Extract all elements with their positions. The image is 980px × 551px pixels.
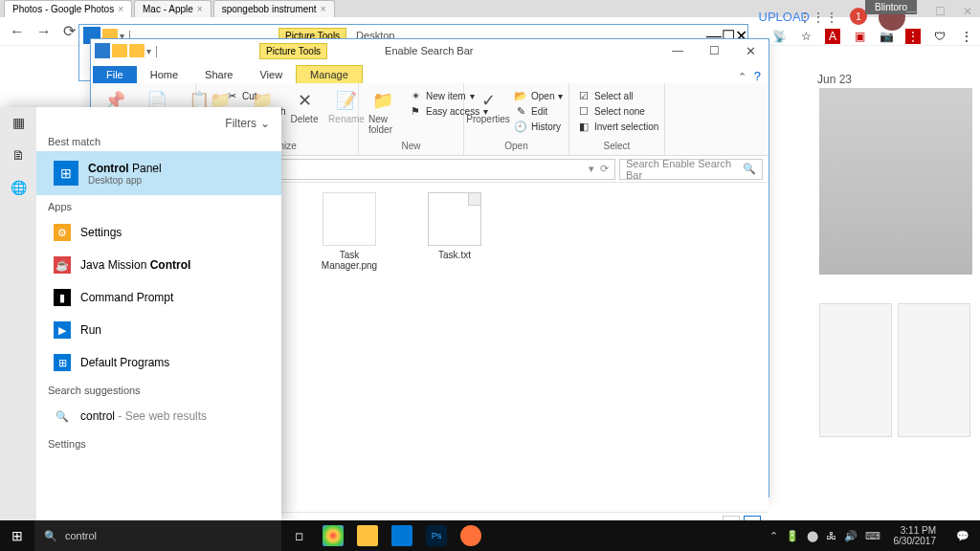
- folder-icon: [129, 44, 145, 57]
- rename-icon: 📝: [335, 89, 358, 112]
- tray-icon[interactable]: ⬤: [807, 530, 818, 542]
- system-tray: ⌃ 🔋 ⬤ 🖧 🔊 ⌨ 3:11 PM 6/30/2017 💬: [769, 520, 981, 551]
- rename-button[interactable]: 📝Rename: [328, 87, 365, 126]
- grid-icon[interactable]: ▦: [9, 113, 28, 132]
- new-folder-button[interactable]: 📁New folder: [365, 87, 401, 137]
- history-icon: 🕘: [514, 120, 527, 133]
- apps-icon[interactable]: ⋮⋮⋮: [798, 10, 838, 25]
- taskbar-app[interactable]: [385, 520, 419, 551]
- photo-thumbnail[interactable]: [819, 303, 892, 437]
- file-item[interactable]: Task Manager.png: [311, 192, 388, 271]
- taskbar-app[interactable]: [350, 520, 385, 551]
- chevron-up-icon[interactable]: ⌃: [769, 530, 778, 542]
- tab-home[interactable]: Home: [137, 66, 191, 83]
- minimize-icon[interactable]: —: [906, 5, 918, 18]
- maximize-icon[interactable]: ☐: [696, 44, 732, 58]
- abp-icon[interactable]: ▣: [852, 29, 867, 44]
- minimize-icon[interactable]: —: [659, 44, 696, 58]
- network-icon[interactable]: 🖧: [826, 530, 836, 541]
- photo-thumbnail[interactable]: [898, 303, 970, 437]
- thumbnail: [428, 192, 481, 246]
- tray-icon[interactable]: 🔋: [786, 530, 799, 542]
- start-button[interactable]: ⊞: [0, 520, 34, 551]
- select-none-button[interactable]: ☐Select none: [577, 104, 658, 118]
- help-icon[interactable]: ?: [754, 69, 768, 83]
- chrome-tab[interactable]: Mac - Apple×: [134, 0, 212, 17]
- ext-icon[interactable]: ⋮: [905, 29, 921, 44]
- taskbar-search[interactable]: 🔍 control: [34, 520, 281, 551]
- select-icon: ☑: [577, 89, 590, 102]
- select-all-button[interactable]: ☑Select all: [577, 89, 658, 102]
- cast-icon[interactable]: 📡: [771, 29, 787, 44]
- open-button[interactable]: 📂Open ▾: [514, 89, 563, 102]
- taskbar-app[interactable]: Ps: [419, 520, 454, 551]
- window-title: Enable Search Bar: [385, 45, 473, 56]
- file-item[interactable]: Task.txt: [416, 192, 493, 260]
- section-header: Apps: [48, 201, 270, 212]
- explorer-icon[interactable]: [95, 43, 110, 58]
- delete-button[interactable]: ✕Delete: [286, 87, 323, 126]
- chrome-tab[interactable]: Photos - Google Photos×: [4, 0, 132, 17]
- tab-view[interactable]: View: [246, 66, 296, 83]
- history-button[interactable]: 🕘History: [514, 120, 563, 133]
- close-icon[interactable]: ×: [321, 4, 326, 14]
- search-input[interactable]: Search Enable Search Bar🔍: [619, 159, 763, 180]
- section-header: Search suggestions: [48, 385, 270, 396]
- close-icon[interactable]: ×: [118, 4, 123, 14]
- close-icon[interactable]: ✕: [732, 44, 768, 58]
- taskbar-app[interactable]: [316, 520, 350, 551]
- invert-selection-button[interactable]: ◧Invert selection: [577, 120, 658, 133]
- picture-tools-tab[interactable]: Picture Tools: [259, 43, 327, 59]
- adobe-icon[interactable]: A: [825, 29, 840, 44]
- globe-icon[interactable]: 🌐: [9, 178, 28, 197]
- close-icon[interactable]: ×: [197, 4, 203, 14]
- search-result-best[interactable]: ⊞ Control Panel Desktop app: [36, 151, 281, 195]
- search-icon: 🔍: [54, 408, 71, 425]
- search-result[interactable]: ▶Run: [48, 314, 270, 346]
- tab-manage[interactable]: Manage: [296, 65, 363, 83]
- properties-button[interactable]: ✓Properties: [470, 87, 506, 126]
- volume-icon[interactable]: 🔊: [844, 530, 858, 542]
- search-result[interactable]: ⊞Default Programs: [48, 346, 270, 379]
- search-result[interactable]: ☕Java Mission Control: [48, 249, 270, 281]
- photoshop-icon: Ps: [426, 525, 447, 546]
- photo-thumbnail[interactable]: [819, 88, 972, 275]
- chevron-up-icon[interactable]: ⌃: [738, 71, 754, 83]
- reload-icon[interactable]: ⟳: [63, 22, 76, 40]
- search-result[interactable]: ▮Command Prompt: [48, 281, 270, 314]
- firefox-icon: [460, 525, 481, 546]
- camera-icon[interactable]: 📷: [879, 29, 894, 44]
- edit-button[interactable]: ✎Edit: [514, 104, 563, 118]
- ext-icon[interactable]: 🛡: [932, 29, 947, 44]
- filters-button[interactable]: Filters ⌄: [48, 117, 270, 130]
- delete-icon: ✕: [293, 89, 316, 112]
- maximize-icon[interactable]: ☐: [935, 5, 946, 18]
- menu-icon[interactable]: ⋮: [959, 29, 974, 44]
- photo-date: Jun 23: [817, 73, 852, 86]
- star-icon[interactable]: ☆: [798, 29, 813, 44]
- chrome-extensions: 📡 ☆ A ▣ 📷 ⋮ 🛡 ⋮: [771, 29, 974, 44]
- search-result[interactable]: ⚙Settings: [48, 216, 270, 249]
- tab-file[interactable]: File: [93, 66, 137, 83]
- taskbar-app[interactable]: [454, 520, 488, 551]
- back-icon[interactable]: ←: [10, 23, 25, 40]
- refresh-icon[interactable]: ⟳: [600, 163, 609, 175]
- close-icon[interactable]: ✕: [963, 5, 972, 18]
- action-center-icon[interactable]: 💬: [949, 520, 976, 551]
- forward-icon[interactable]: →: [36, 23, 52, 40]
- document-icon[interactable]: 🗎: [9, 145, 28, 165]
- search-text: control: [65, 530, 97, 541]
- folder-icon: 📁: [371, 89, 394, 112]
- terminal-icon: ▮: [54, 289, 71, 306]
- chrome-tab[interactable]: spongebob instrument×: [213, 0, 335, 17]
- clock[interactable]: 3:11 PM 6/30/2017: [888, 525, 943, 546]
- task-view-button[interactable]: ◻: [281, 520, 316, 551]
- language-icon[interactable]: ⌨: [865, 530, 880, 542]
- tab-share[interactable]: Share: [191, 66, 246, 83]
- properties-icon: ✓: [477, 89, 500, 112]
- edit-icon: ✎: [514, 104, 527, 118]
- search-suggestion[interactable]: 🔍control - See web results: [48, 400, 270, 432]
- app-icon: [391, 525, 412, 546]
- open-icon: 📂: [514, 89, 527, 102]
- titlebar[interactable]: ▾ │ Picture Tools Enable Search Bar — ☐ …: [91, 39, 768, 62]
